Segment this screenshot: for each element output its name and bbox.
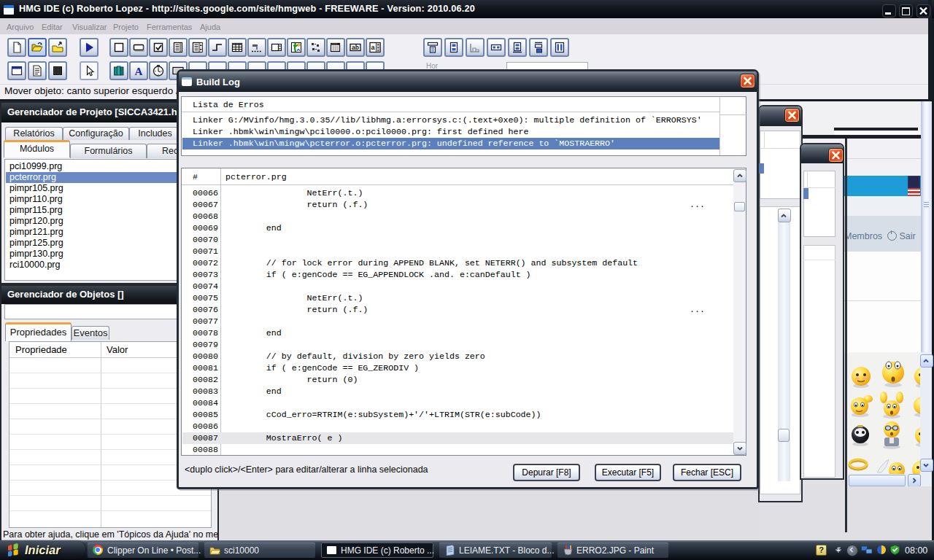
svg-text:ab: ab: [352, 44, 359, 51]
svg-text:A: A: [135, 66, 143, 77]
